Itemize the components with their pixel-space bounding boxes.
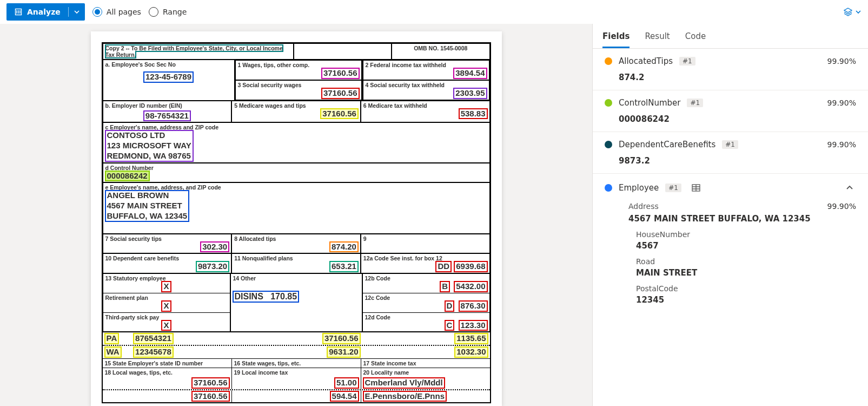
field-badge: #1 [687,99,703,107]
box13-statutory-x: X [162,281,170,292]
tab-fields[interactable]: Fields [602,28,630,48]
analyze-dropdown[interactable] [69,3,85,21]
field-confidence: 99.90% [827,140,856,149]
subfield-confidence: 99.90% [827,202,856,211]
subfield-postalcode: PostalCode 12345 [636,284,856,305]
document-canvas[interactable]: Copy 2 -- To Be Filed with Employee's St… [0,24,592,406]
field-controlnumber[interactable]: ControlNumber #1 99.90% 000086242 [593,90,868,132]
state1-id: 87654321 [134,333,173,344]
radio-range[interactable]: Range [149,7,187,17]
subfield-address: Address 99.90% 4567 MAIN STREET BUFFALO,… [628,202,856,224]
chevron-down-icon [855,9,862,15]
radio-icon [149,7,158,17]
subfield-label: HouseNumber [636,230,856,239]
employer-name: CONTOSO LTD [105,130,167,141]
employer-addr1: 123 MICROSOFT WAY [105,141,193,151]
local1-wages: 37160.56 [192,378,229,388]
field-allocatedtips[interactable]: AllocatedTips #1 99.90% 874.2 [593,49,868,90]
box12c-label: 12c Code [365,294,390,301]
results-tabs: Fields Result Code [593,24,868,49]
box12a-code: DD [436,261,451,272]
box11-value: 653.21 [330,261,358,272]
subfield-housenumber: HouseNumber 4567 [636,230,856,251]
document-page: Copy 2 -- To Be Filed with Employee's St… [91,31,502,406]
form-copy-line: Copy 2 -- To Be Filed with Employee's St… [105,45,283,58]
employer-label: c Employer's name, address and ZIP code [105,124,487,130]
box12b-value: 5432.00 [454,281,487,292]
control-label: d Control Number [105,165,487,171]
radio-all-pages-label: All pages [107,8,141,16]
field-name: DependentCareBenefits [619,140,715,149]
ein-value: 98-7654321 [144,111,190,121]
tab-code[interactable]: Code [685,28,706,48]
field-dependentcare[interactable]: DependentCareBenefits #1 99.90% 9873.2 [593,132,868,174]
state2-id: 12345678 [134,347,173,357]
omb-label: OMB NO. 1545-0008 [414,45,467,51]
analyze-button[interactable]: Analyze [6,3,85,21]
box4-label: 4 Social security tax withheld [366,82,445,88]
field-name: AllocatedTips [619,56,673,66]
lbl19: 19 Local income tax [234,369,288,376]
layers-button[interactable] [843,7,862,17]
box10-value: 9873.20 [196,261,229,272]
radio-range-label: Range [163,8,187,16]
state1-wages: 37160.56 [323,333,360,344]
field-confidence: 99.90% [827,57,856,66]
ssn-label: a. Employee's Soc Sec No [105,61,232,68]
field-employee[interactable]: Employee #1 Address 99.90% 4567 MA [593,174,868,312]
box8-label: 8 Allocated tips [234,235,276,242]
lbl17: 17 State income tax [363,360,416,366]
box6-label: 6 Medicare tax withheld [363,102,427,109]
box5-label: 5 Medicare wages and tips [234,102,306,109]
box2-value: 3894.54 [454,68,486,78]
box8-value: 874.20 [330,242,358,252]
box4-value: 2303.95 [454,88,486,99]
local2-wages: 37160.56 [192,391,229,402]
box1-label: 1 Wages, tips, other comp. [238,62,310,68]
state2-st: WA [105,347,121,357]
employee-name: ANGEL BROWN [105,191,171,201]
subfield-value: 12345 [636,295,856,305]
box1-value: 37160.56 [322,68,359,78]
state2-wages: 9631.20 [327,347,360,357]
subfield-label: Address [628,202,659,211]
box7-label: 7 Social security tips [105,235,162,242]
local1-name: Cmberland Vly/Mddl [363,378,445,388]
box14-label: 14 Other [233,275,256,281]
state1-tax: 1135.65 [455,333,487,344]
box13-label: 13 Statutory employee [105,275,166,281]
fields-list[interactable]: AllocatedTips #1 99.90% 874.2 ControlNum… [593,49,868,406]
box6-value: 538.83 [459,109,487,119]
lbl20: 20 Locality name [363,369,409,376]
analyze-icon [14,8,23,16]
employee-addr2: BUFFALO, WA 12345 [105,211,189,221]
box13-ret-x: X [162,301,170,311]
field-name: Employee [619,183,659,193]
subfield-label: PostalCode [636,284,856,293]
radio-all-pages[interactable]: All pages [92,7,141,17]
box12a-label: 12a Code See inst. for box 12 [363,255,442,261]
box7-value: 302.30 [201,242,229,252]
box12a-value: 6939.68 [454,261,487,272]
state2-tax: 1032.30 [455,347,487,357]
ein-label: b. Employer ID number (EIN) [105,102,229,109]
toolbar: Analyze All pages Range [0,0,868,24]
layers-icon [843,7,853,17]
subfield-value: 4567 MAIN STREET BUFFALO, WA 12345 [628,214,856,224]
field-badge: #1 [679,57,695,66]
lbl16: 16 State wages, tips, etc. [234,360,301,366]
tab-result[interactable]: Result [645,28,670,48]
lbl15: 15 State Employer's state ID number [105,360,203,366]
local2-tax: 594.54 [330,391,359,402]
box9-label: 9 [363,235,367,242]
field-value: 000086242 [619,114,856,124]
control-value: 000086242 [105,171,149,181]
box12d-code: C [445,320,454,331]
results-panel: Fields Result Code AllocatedTips #1 99.9… [592,24,868,406]
box13-sick: Third-party sick pay [105,314,160,320]
box12b-label: 12b Code [365,275,390,281]
local1-tax: 51.00 [335,378,359,388]
collapse-button[interactable] [843,181,856,194]
box5-value: 37160.56 [321,109,358,119]
box12c-code: D [445,301,454,311]
